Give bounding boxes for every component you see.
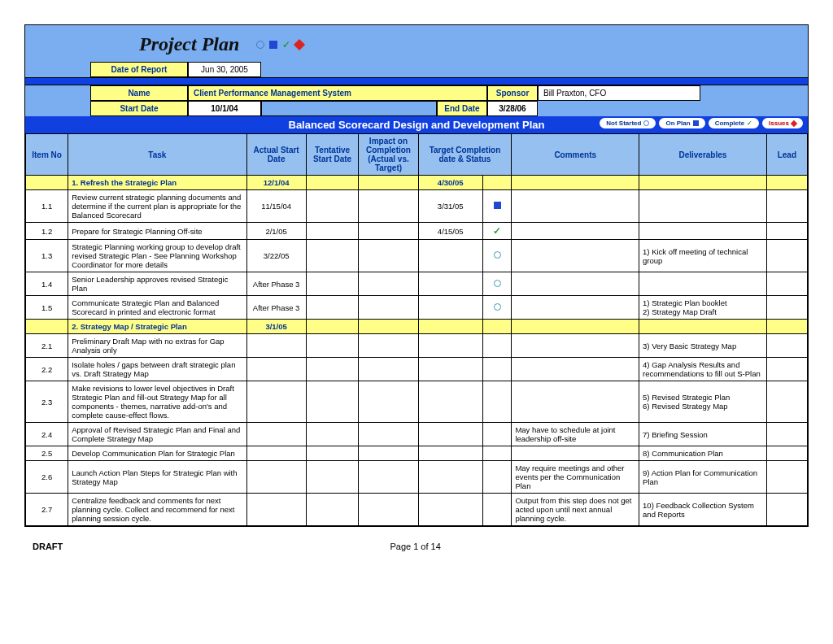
cell-impact[interactable]	[359, 272, 418, 296]
cell-comments[interactable]	[512, 240, 639, 272]
cell-actual-start[interactable]: After Phase 3	[246, 272, 306, 296]
cell-actual-start[interactable]: 11/15/04	[246, 190, 306, 223]
cell-status[interactable]	[482, 358, 512, 381]
cell-comments[interactable]: May require meetings and other events pe…	[512, 461, 639, 494]
cell-tentative-start[interactable]	[306, 190, 359, 223]
cell-tentative-start[interactable]	[306, 223, 359, 240]
cell-task[interactable]: Review current strategic planning docume…	[68, 190, 246, 223]
cell-impact[interactable]	[359, 446, 418, 461]
cell-lead[interactable]	[766, 446, 807, 461]
cell-tentative-start[interactable]	[306, 358, 359, 381]
cell-actual-start[interactable]	[246, 358, 306, 381]
cell-target-date[interactable]	[418, 240, 482, 272]
cell-tentative-start[interactable]	[306, 423, 359, 446]
cell-actual-start[interactable]	[246, 494, 306, 526]
cell-task[interactable]: Centralize feedback and comments for nex…	[68, 494, 246, 526]
cell-lead[interactable]	[766, 381, 807, 423]
cell-deliverables[interactable]	[639, 272, 767, 296]
cell-task[interactable]: Isolate holes / gaps between draft strat…	[68, 358, 246, 381]
cell-comments[interactable]	[512, 446, 639, 461]
col-item-no[interactable]: Item No	[26, 134, 68, 176]
col-tentative-start[interactable]: Tentative Start Date	[306, 134, 359, 176]
sponsor-value[interactable]: Bill Praxton, CFO	[538, 85, 700, 101]
cell-status[interactable]	[482, 272, 512, 296]
section-target[interactable]	[418, 320, 482, 334]
cell-status[interactable]	[482, 494, 512, 526]
cell-target-date[interactable]	[418, 296, 482, 320]
cell-item-no[interactable]: 2.3	[26, 381, 68, 423]
cell-task[interactable]: Senior Leadership approves revised Strat…	[68, 272, 246, 296]
cell-impact[interactable]	[359, 381, 418, 423]
cell-tentative-start[interactable]	[306, 296, 359, 320]
cell-status[interactable]	[482, 446, 512, 461]
cell-lead[interactable]	[766, 494, 807, 526]
cell-impact[interactable]	[359, 494, 418, 526]
cell-comments[interactable]	[512, 381, 639, 423]
cell-lead[interactable]	[766, 223, 807, 240]
cell-comments[interactable]	[512, 272, 639, 296]
cell-deliverables[interactable]: 7) Briefing Session	[639, 423, 767, 446]
cell-impact[interactable]	[359, 240, 418, 272]
cell-lead[interactable]	[766, 240, 807, 272]
cell-lead[interactable]	[766, 358, 807, 381]
cell-item-no[interactable]: 2.1	[26, 334, 68, 358]
cell-impact[interactable]	[359, 296, 418, 320]
cell-target-date[interactable]	[418, 272, 482, 296]
cell-target-date[interactable]	[418, 446, 482, 461]
cell-item-no[interactable]: 1.5	[26, 296, 68, 320]
cell-status[interactable]	[482, 240, 512, 272]
cell-impact[interactable]	[359, 358, 418, 381]
cell-lead[interactable]	[766, 296, 807, 320]
cell-impact[interactable]	[359, 190, 418, 223]
cell-item-no[interactable]: 1.1	[26, 190, 68, 223]
section-actual-start[interactable]: 3/1/05	[246, 320, 306, 334]
section-target[interactable]: 4/30/05	[418, 176, 482, 190]
cell-deliverables[interactable]: 10) Feedback Collection System and Repor…	[639, 494, 767, 526]
cell-target-date[interactable]	[418, 358, 482, 381]
cell-deliverables[interactable]	[639, 190, 767, 223]
col-lead[interactable]: Lead	[766, 134, 807, 176]
cell-actual-start[interactable]: After Phase 3	[246, 296, 306, 320]
cell-deliverables[interactable]: 5) Revised Strategic Plan 6) Revised Str…	[639, 381, 767, 423]
cell-target-date[interactable]	[418, 461, 482, 494]
cell-deliverables[interactable]: 1) Kick off meeting of technical group	[639, 240, 767, 272]
cell-status[interactable]	[482, 334, 512, 358]
cell-deliverables[interactable]: 8) Communication Plan	[639, 446, 767, 461]
col-task[interactable]: Task	[68, 134, 246, 176]
cell-actual-start[interactable]: 3/22/05	[246, 240, 306, 272]
cell-target-date[interactable]	[418, 494, 482, 526]
section-actual-start[interactable]: 12/1/04	[246, 176, 306, 190]
cell-actual-start[interactable]	[246, 423, 306, 446]
cell-lead[interactable]	[766, 190, 807, 223]
cell-status[interactable]	[482, 296, 512, 320]
cell-comments[interactable]	[512, 334, 639, 358]
cell-task[interactable]: Launch Action Plan Steps for Strategic P…	[68, 461, 246, 494]
cell-actual-start[interactable]: 2/1/05	[246, 223, 306, 240]
cell-deliverables[interactable]	[639, 223, 767, 240]
cell-comments[interactable]	[512, 190, 639, 223]
cell-item-no[interactable]: 2.4	[26, 423, 68, 446]
section-label[interactable]: 2. Strategy Map / Strategic Plan	[68, 320, 246, 334]
cell-item-no[interactable]: 1.3	[26, 240, 68, 272]
cell-task[interactable]: Communicate Strategic Plan and Balanced …	[68, 296, 246, 320]
cell-item-no[interactable]: 2.2	[26, 358, 68, 381]
cell-tentative-start[interactable]	[306, 494, 359, 526]
cell-actual-start[interactable]	[246, 381, 306, 423]
col-deliverables[interactable]: Deliverables	[639, 134, 767, 176]
cell-task[interactable]: Make revisions to lower level objectives…	[68, 381, 246, 423]
cell-status[interactable]	[482, 381, 512, 423]
cell-tentative-start[interactable]	[306, 240, 359, 272]
cell-status[interactable]	[482, 423, 512, 446]
cell-task[interactable]: Develop Communication Plan for Strategic…	[68, 446, 246, 461]
cell-tentative-start[interactable]	[306, 446, 359, 461]
cell-status[interactable]	[482, 190, 512, 223]
cell-tentative-start[interactable]	[306, 381, 359, 423]
cell-task[interactable]: Prepare for Strategic Planning Off-site	[68, 223, 246, 240]
cell-item-no[interactable]: 2.7	[26, 494, 68, 526]
cell-deliverables[interactable]: 9) Action Plan for Communication Plan	[639, 461, 767, 494]
section-label[interactable]: 1. Refresh the Strategic Plan	[68, 176, 246, 190]
cell-task[interactable]: Preliminary Draft Map with no extras for…	[68, 334, 246, 358]
cell-item-no[interactable]: 1.4	[26, 272, 68, 296]
cell-tentative-start[interactable]	[306, 461, 359, 494]
cell-status[interactable]: ✓	[482, 223, 512, 240]
